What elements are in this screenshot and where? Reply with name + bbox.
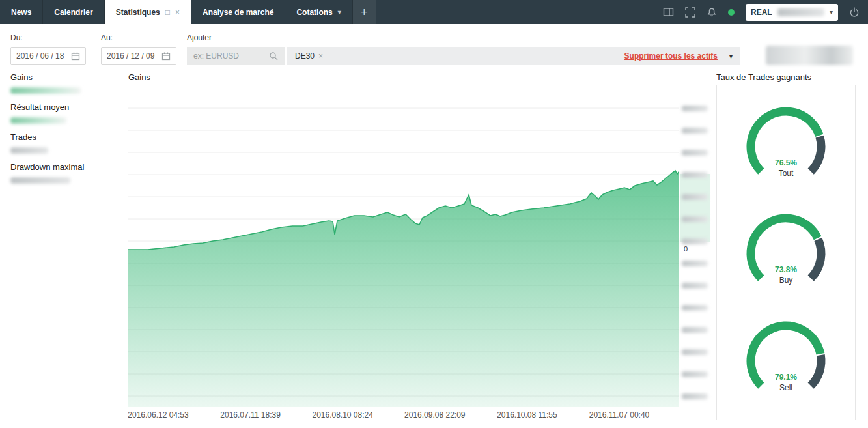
date-from-value: 2016 / 06 / 18 (16, 51, 64, 61)
redacted-y-tick (682, 172, 708, 178)
redacted-y-tick (682, 283, 708, 289)
redacted-stat-value (10, 177, 70, 184)
chevron-down-icon: ▾ (830, 8, 833, 16)
account-selector[interactable]: REAL ▾ (746, 4, 838, 21)
layout-icon[interactable] (663, 7, 674, 17)
gauge-label: Sell (734, 383, 838, 392)
y-axis-highlight-band (680, 174, 710, 242)
redacted-y-tick (682, 216, 708, 222)
tab-analyse-de-marche[interactable]: Analyse de marché (191, 0, 285, 24)
redacted-y-tick (682, 393, 708, 399)
add-tab-button[interactable]: + (353, 0, 376, 24)
stat-resultat-moyen: Résultat moyen (10, 102, 69, 124)
asset-tag-bar: DE30 × Supprimer tous les actifs ▾ (287, 47, 740, 65)
topbar-actions: REAL ▾ (663, 0, 868, 24)
equity-area (128, 171, 679, 407)
redacted-stat-value (10, 87, 81, 94)
redacted-account-name (777, 8, 824, 16)
stat-label: Trades (10, 132, 48, 142)
account-type-label: REAL (751, 8, 772, 17)
topbar: News Calendrier Statistiques □ × Analyse… (0, 0, 868, 24)
x-tick-label: 2016.07.11 18:39 (220, 410, 281, 420)
close-icon[interactable]: × (175, 8, 180, 17)
chevron-down-icon[interactable]: ▾ (729, 53, 733, 60)
power-icon[interactable] (849, 7, 860, 18)
gauge-value: 73.8% (734, 265, 838, 274)
search-placeholder: ex: EURUSD (193, 51, 239, 61)
redacted-stat-value (10, 147, 48, 154)
calendar-icon (161, 51, 171, 61)
tab-label: Calendrier (54, 8, 92, 17)
connection-status-dot (728, 9, 735, 16)
gauge-sell: 79.1% Sell (734, 317, 838, 408)
tab-label: Statistiques (116, 8, 160, 17)
stat-drawdown-maximal: Drawdown maximal (10, 162, 84, 184)
y-zero-label: 0 (682, 245, 689, 253)
redacted-y-tick (682, 238, 708, 244)
redacted-y-tick (682, 150, 708, 156)
asset-search-input[interactable]: ex: EURUSD (187, 47, 285, 65)
win-rate-panel-title: Taux de Trades gagnants (716, 72, 811, 82)
redacted-stat-value (10, 117, 66, 124)
date-to-value: 2016 / 12 / 09 (107, 51, 154, 61)
asset-tag-de30[interactable]: DE30 (295, 51, 315, 61)
calendar-icon (71, 51, 80, 61)
redacted-account-info (766, 46, 853, 65)
date-from-label: Du: (10, 33, 23, 42)
stat-label: Résultat moyen (10, 102, 69, 112)
x-tick-label: 2016.10.08 11:55 (497, 410, 557, 420)
gauge-tout: 76.5% Tout (734, 102, 838, 193)
gauge-value: 79.1% (734, 373, 838, 382)
remove-tag-icon[interactable]: × (318, 51, 323, 61)
redacted-y-tick (682, 194, 708, 200)
redacted-y-tick (682, 305, 708, 311)
redacted-y-tick (682, 128, 708, 134)
tab-cotations[interactable]: Cotations ▾ (285, 0, 352, 24)
fullscreen-icon[interactable] (685, 7, 695, 18)
redacted-y-tick (682, 261, 708, 266)
tab-statistiques[interactable]: Statistiques □ × (105, 0, 191, 24)
stat-trades: Trades (10, 132, 48, 154)
tab-label: Analyse de marché (203, 8, 273, 17)
x-axis-labels: 2016.06.12 04:532016.07.11 18:392016.08.… (128, 410, 679, 421)
bell-icon[interactable] (707, 7, 717, 18)
equity-chart (128, 87, 679, 407)
tab-calendrier[interactable]: Calendrier (43, 0, 104, 24)
x-tick-label: 2016.09.08 22:09 (404, 410, 465, 420)
stat-label: Gains (10, 72, 81, 82)
gauge-value: 76.5% (734, 158, 838, 167)
redacted-y-tick (682, 349, 708, 355)
tab-news[interactable]: News (0, 0, 43, 24)
popout-icon[interactable]: □ (165, 8, 170, 17)
remove-all-assets-link[interactable]: Supprimer tous les actifs (624, 51, 718, 61)
search-icon (269, 51, 278, 61)
redacted-y-tick (682, 327, 708, 333)
chart-title: Gains (128, 72, 150, 82)
y-axis: 0 (680, 87, 710, 416)
gauge-label: Buy (734, 276, 838, 285)
x-tick-label: 2016.08.10 08:24 (312, 410, 372, 420)
tab-label: News (11, 8, 31, 17)
chevron-down-icon: ▾ (338, 8, 341, 16)
tab-label: Cotations (296, 8, 332, 17)
date-to-label: Au: (101, 33, 113, 42)
date-to-input[interactable]: 2016 / 12 / 09 (101, 47, 176, 65)
redacted-y-tick (682, 106, 708, 111)
add-asset-label: Ajouter (187, 33, 212, 42)
x-tick-label: 2016.06.12 04:53 (128, 410, 188, 420)
stat-gains: Gains (10, 72, 81, 94)
stat-label: Drawdown maximal (10, 162, 84, 172)
gauge-label: Tout (734, 169, 838, 178)
gauge-buy: 73.8% Buy (734, 209, 838, 300)
redacted-y-tick (682, 371, 708, 377)
date-from-input[interactable]: 2016 / 06 / 18 (10, 47, 86, 65)
win-rate-panel: 76.5% Tout 73.8% Buy 79.1% Sell (716, 85, 856, 420)
x-tick-label: 2016.11.07 00:40 (589, 410, 650, 420)
